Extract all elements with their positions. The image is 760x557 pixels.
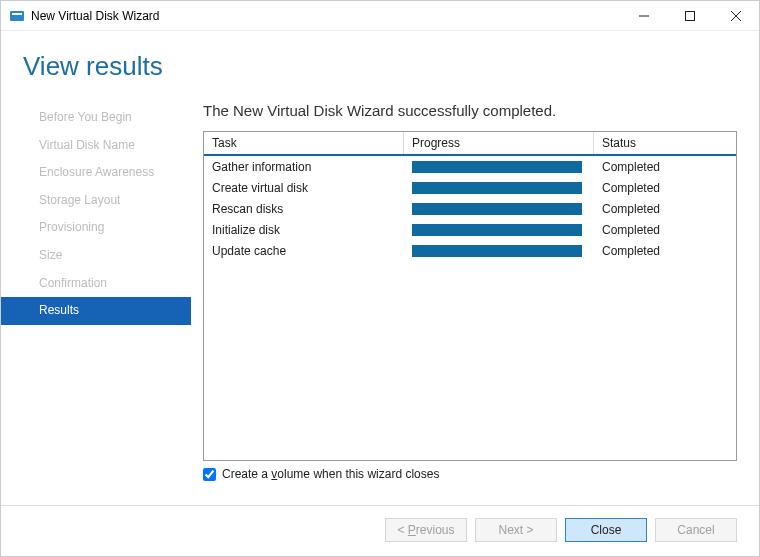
- status-cell: Completed: [594, 181, 736, 195]
- task-cell: Create virtual disk: [204, 181, 404, 195]
- column-header-status[interactable]: Status: [594, 132, 736, 154]
- sidebar-item-results[interactable]: Results: [1, 297, 191, 325]
- progress-bar: [412, 203, 582, 215]
- titlebar: New Virtual Disk Wizard: [1, 1, 759, 31]
- task-cell: Gather information: [204, 160, 404, 174]
- close-window-button[interactable]: [713, 1, 759, 30]
- task-cell: Rescan disks: [204, 202, 404, 216]
- status-cell: Completed: [594, 223, 736, 237]
- results-table: Task Progress Status Gather information …: [203, 131, 737, 461]
- progress-bar: [412, 161, 582, 173]
- sidebar-item-confirmation: Confirmation: [1, 270, 191, 298]
- create-volume-label: Create a volume when this wizard closes: [222, 467, 439, 481]
- svg-rect-1: [12, 13, 22, 15]
- task-cell: Initialize disk: [204, 223, 404, 237]
- sidebar-item-size: Size: [1, 242, 191, 270]
- status-cell: Completed: [594, 160, 736, 174]
- next-button: Next >: [475, 518, 557, 542]
- window-controls: [621, 1, 759, 30]
- wizard-footer: < Previous Next > Close Cancel: [1, 505, 759, 556]
- previous-button: < Previous: [385, 518, 467, 542]
- table-header: Task Progress Status: [204, 132, 736, 156]
- progress-cell: [404, 224, 594, 236]
- table-row: Gather information Completed: [204, 156, 736, 177]
- close-button[interactable]: Close: [565, 518, 647, 542]
- progress-bar: [412, 182, 582, 194]
- page-title: View results: [23, 51, 759, 82]
- progress-bar: [412, 245, 582, 257]
- minimize-button[interactable]: [621, 1, 667, 30]
- create-volume-checkbox[interactable]: [203, 468, 216, 481]
- status-cell: Completed: [594, 244, 736, 258]
- table-row: Initialize disk Completed: [204, 219, 736, 240]
- svg-rect-0: [10, 11, 24, 21]
- create-volume-checkbox-row[interactable]: Create a volume when this wizard closes: [203, 461, 737, 487]
- task-cell: Update cache: [204, 244, 404, 258]
- sidebar-item-before-you-begin: Before You Begin: [1, 104, 191, 132]
- progress-cell: [404, 161, 594, 173]
- sidebar-item-enclosure-awareness: Enclosure Awareness: [1, 159, 191, 187]
- wizard-header: View results: [1, 31, 759, 90]
- sidebar-item-virtual-disk-name: Virtual Disk Name: [1, 132, 191, 160]
- status-cell: Completed: [594, 202, 736, 216]
- wizard-steps-sidebar: Before You Begin Virtual Disk Name Enclo…: [1, 96, 191, 505]
- progress-cell: [404, 182, 594, 194]
- sidebar-item-provisioning: Provisioning: [1, 214, 191, 242]
- table-row: Rescan disks Completed: [204, 198, 736, 219]
- maximize-button[interactable]: [667, 1, 713, 30]
- progress-bar: [412, 224, 582, 236]
- column-header-task[interactable]: Task: [204, 132, 404, 154]
- table-row: Update cache Completed: [204, 240, 736, 261]
- sidebar-item-storage-layout: Storage Layout: [1, 187, 191, 215]
- result-message: The New Virtual Disk Wizard successfully…: [203, 102, 737, 119]
- main-panel: The New Virtual Disk Wizard successfully…: [191, 96, 759, 505]
- cancel-button: Cancel: [655, 518, 737, 542]
- progress-cell: [404, 245, 594, 257]
- progress-cell: [404, 203, 594, 215]
- app-icon: [9, 8, 25, 24]
- column-header-progress[interactable]: Progress: [404, 132, 594, 154]
- svg-rect-3: [686, 11, 695, 20]
- table-row: Create virtual disk Completed: [204, 177, 736, 198]
- window-title: New Virtual Disk Wizard: [31, 9, 621, 23]
